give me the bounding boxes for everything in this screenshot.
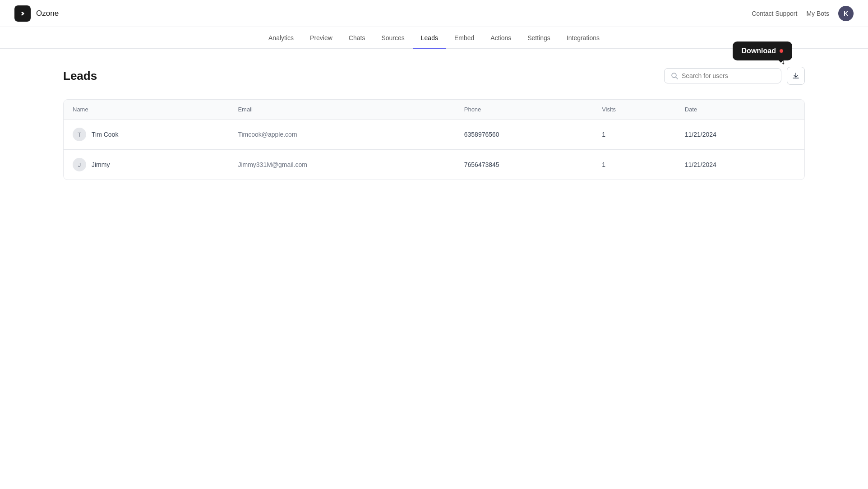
nav-item-actions[interactable]: Actions	[482, 28, 519, 49]
col-email: Email	[229, 100, 455, 120]
nav-item-sources[interactable]: Sources	[373, 28, 412, 49]
user-name-1: Jimmy	[92, 161, 110, 168]
cell-email-0: Timcook@apple.com	[229, 120, 455, 150]
contact-support-link[interactable]: Contact Support	[752, 10, 797, 17]
app-name: Ozone	[36, 9, 59, 18]
col-date: Date	[676, 100, 804, 120]
main-content: Leads Name Email	[0, 49, 868, 198]
col-phone: Phone	[455, 100, 593, 120]
user-avatar-1: J	[73, 158, 86, 171]
avatar[interactable]: K	[838, 6, 854, 21]
cell-date-0: 11/21/2024	[676, 120, 804, 150]
page-title: Leads	[63, 69, 97, 83]
cell-name-0: T Tim Cook	[64, 120, 229, 150]
search-icon	[671, 72, 678, 79]
search-box	[664, 68, 781, 83]
cell-visits-1: 1	[593, 150, 676, 180]
nav-item-integrations[interactable]: Integrations	[559, 28, 608, 49]
table-header-row: Name Email Phone Visits Date	[64, 100, 804, 120]
logo-icon	[14, 5, 31, 22]
nav-item-settings[interactable]: Settings	[519, 28, 559, 49]
cell-phone-0: 6358976560	[455, 120, 593, 150]
leads-table-container: Name Email Phone Visits Date T Tim Cook	[63, 99, 805, 180]
download-arrow-icon	[792, 72, 800, 80]
nav-item-embed[interactable]: Embed	[446, 28, 482, 49]
cell-phone-1: 7656473845	[455, 150, 593, 180]
user-avatar-0: T	[73, 128, 86, 141]
search-input[interactable]	[682, 72, 775, 79]
nav-item-analytics[interactable]: Analytics	[260, 28, 302, 49]
nav-item-leads[interactable]: Leads	[413, 28, 446, 49]
download-dot-indicator	[780, 49, 783, 53]
cell-email-1: Jimmy331M@gmail.com	[229, 150, 455, 180]
cell-visits-0: 1	[593, 120, 676, 150]
page-header-right	[664, 67, 805, 85]
nav-item-chats[interactable]: Chats	[341, 28, 374, 49]
header: Ozone Contact Support My Bots K	[0, 0, 868, 27]
table-header: Name Email Phone Visits Date	[64, 100, 804, 120]
table-row[interactable]: T Tim Cook Timcook@apple.com 6358976560 …	[64, 120, 804, 150]
header-left: Ozone	[14, 5, 59, 22]
table-body: T Tim Cook Timcook@apple.com 6358976560 …	[64, 120, 804, 180]
tooltip-arrow-icon: ↓	[781, 56, 785, 66]
col-name: Name	[64, 100, 229, 120]
name-cell-1: J Jimmy	[73, 158, 220, 171]
user-name-0: Tim Cook	[92, 131, 118, 138]
my-bots-link[interactable]: My Bots	[806, 10, 829, 17]
download-icon-button[interactable]	[787, 67, 805, 85]
nav-item-preview[interactable]: Preview	[302, 28, 341, 49]
svg-line-2	[676, 77, 678, 79]
col-visits: Visits	[593, 100, 676, 120]
table-row[interactable]: J Jimmy Jimmy331M@gmail.com 7656473845 1…	[64, 150, 804, 180]
name-cell-0: T Tim Cook	[73, 128, 220, 141]
page-header: Leads	[63, 67, 805, 85]
download-tooltip-label: Download	[742, 47, 776, 55]
header-right: Contact Support My Bots K	[752, 6, 854, 21]
cell-date-1: 11/21/2024	[676, 150, 804, 180]
cell-name-1: J Jimmy	[64, 150, 229, 180]
leads-table: Name Email Phone Visits Date T Tim Cook	[64, 100, 804, 180]
